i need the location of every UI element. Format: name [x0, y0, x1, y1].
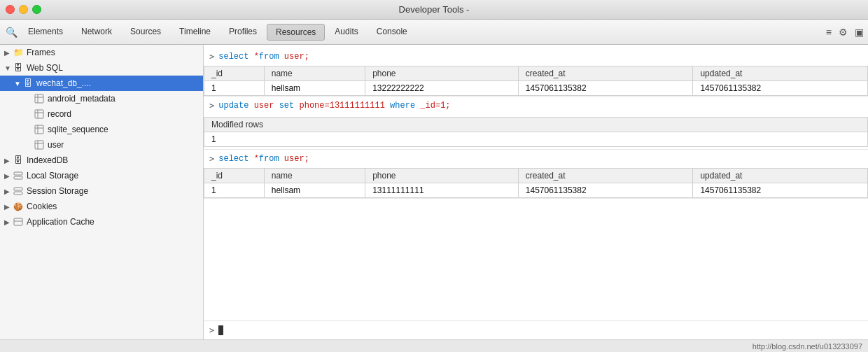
console-input-row: > [204, 321, 868, 339]
prompt-block3: > [209, 153, 214, 165]
sidebar-label-local-storage: Local Storage [27, 171, 78, 181]
svg-rect-13 [14, 176, 22, 179]
sidebar-item-application-cache[interactable]: Application Cache [0, 214, 203, 230]
console-cursor[interactable] [218, 325, 223, 336]
sidebar-item-indexeddb[interactable]: 🗄IndexedDB [0, 153, 203, 168]
device-mode-icon[interactable]: ▣ [855, 27, 864, 38]
db-icon: 🗄 [13, 155, 24, 166]
cookie-icon: 🍪 [13, 201, 24, 212]
arrow-application-cache [4, 218, 11, 226]
command-row-block3: >select *from user; [204, 150, 868, 168]
sidebar-item-db-instance[interactable]: 🗄wechat_db_.... [0, 76, 203, 91]
tab-console[interactable]: Console [368, 24, 416, 41]
sidebar-item-android-metadata[interactable]: android_metadata [0, 91, 203, 106]
settings-icon[interactable]: ⚙ [839, 27, 848, 38]
sidebar-label-web-sql: Web SQL [27, 63, 63, 73]
command-text-block1: select *from user; [218, 50, 309, 63]
arrow-indexeddb [4, 157, 11, 164]
table-row: 1hellsam13222222222145706113538214570611… [204, 81, 868, 96]
arrow-db-instance [14, 80, 21, 87]
svg-rect-15 [14, 192, 22, 195]
console-drawer-icon[interactable]: ≡ [826, 27, 832, 38]
arrow-frames [4, 49, 11, 57]
title-bar: Developer Tools - [0, 0, 868, 20]
svg-rect-6 [35, 125, 43, 134]
maximize-button[interactable] [32, 5, 41, 14]
svg-rect-12 [14, 172, 22, 175]
col-header-created_at: created_at [518, 169, 693, 183]
table-cell: hellsam [264, 81, 365, 96]
tab-elements[interactable]: Elements [20, 24, 71, 41]
panel: >select *from user;_idnamephonecreated_a… [204, 45, 868, 339]
storage-icon [13, 170, 24, 181]
db-icon: 🗄 [22, 78, 34, 89]
sidebar-label-android-metadata: android_metadata [48, 94, 115, 104]
col-header-updated_at: updated_at [693, 169, 868, 183]
svg-rect-3 [35, 110, 43, 118]
sidebar: 📁Frames🗄Web SQL🗄wechat_db_....android_me… [0, 45, 204, 339]
sidebar-item-local-storage[interactable]: Local Storage [0, 168, 203, 183]
console-block-block3: >select *from user;_idnamephonecreated_a… [204, 150, 868, 199]
tab-resources[interactable]: Resources [267, 24, 325, 41]
console-input-prompt: > [209, 324, 214, 337]
sidebar-label-record: record [48, 109, 71, 119]
sidebar-label-session-storage: Session Storage [27, 186, 88, 196]
sidebar-label-cookies: Cookies [27, 202, 57, 211]
arrow-session-storage [4, 188, 11, 195]
arrow-local-storage [4, 172, 11, 180]
table-icon [34, 124, 45, 135]
sidebar-label-frames: Frames [27, 48, 55, 57]
table-icon [34, 93, 45, 104]
sidebar-item-record[interactable]: record [0, 106, 203, 122]
table-cell: 13111111111 [365, 183, 519, 198]
sidebar-label-db-instance: wechat_db_.... [36, 78, 91, 88]
arrow-cookies [4, 203, 11, 211]
svg-rect-14 [14, 188, 22, 190]
sidebar-item-cookies[interactable]: 🍪Cookies [0, 199, 203, 214]
command-text-block3: select *from user; [218, 153, 309, 165]
status-bar: http://blog.csdn.net/u013233097 [0, 339, 868, 352]
col-header-phone: phone [365, 169, 519, 183]
tab-sources[interactable]: Sources [122, 24, 169, 41]
sidebar-item-user[interactable]: user [0, 137, 203, 153]
result-simple-block2: Modified rows1 [204, 115, 868, 149]
command-row-block1: >select *from user; [204, 48, 868, 66]
toolbar-tabs: ElementsNetworkSourcesTimelineProfilesRe… [20, 24, 416, 41]
search-icon[interactable]: 🔍 [4, 25, 18, 39]
table-cell: 1 [204, 81, 265, 96]
sidebar-item-sqlite-sequence[interactable]: sqlite_sequence [0, 122, 203, 137]
table-cell: 1 [204, 183, 265, 198]
status-url: http://blog.csdn.net/u013233097 [752, 342, 862, 351]
tab-timeline[interactable]: Timeline [171, 24, 219, 41]
sidebar-item-session-storage[interactable]: Session Storage [0, 183, 203, 199]
col-header-created_at: created_at [518, 66, 693, 81]
tab-network[interactable]: Network [73, 24, 120, 41]
command-row-block2: >update user set phone=13111111111 where… [204, 97, 868, 115]
col-header-name: name [264, 66, 365, 81]
tab-audits[interactable]: Audits [326, 24, 366, 41]
minimize-button[interactable] [19, 5, 28, 14]
traffic-lights [6, 5, 41, 14]
arrow-web-sql [4, 64, 11, 72]
table-icon [34, 139, 45, 150]
sidebar-item-web-sql[interactable]: 🗄Web SQL [0, 60, 203, 76]
table-cell: hellsam [264, 183, 365, 198]
simple-value-block2: 1 [204, 132, 868, 147]
main-content: 📁Frames🗄Web SQL🗄wechat_db_....android_me… [0, 45, 868, 339]
window-title: Developer Tools - [399, 4, 470, 15]
console-block-block1: >select *from user;_idnamephonecreated_a… [204, 48, 868, 97]
table-cell: 1457061135382 [693, 183, 868, 198]
prompt-block1: > [209, 50, 214, 63]
sidebar-label-application-cache: Application Cache [27, 217, 94, 227]
prompt-block2: > [209, 99, 214, 112]
sidebar-item-frames[interactable]: 📁Frames [0, 45, 203, 60]
console-block-block2: >update user set phone=13111111111 where… [204, 97, 868, 150]
command-text-block2: update user set phone=13111111111 where … [218, 99, 450, 112]
tab-profiles[interactable]: Profiles [220, 24, 265, 41]
console-area[interactable]: >select *from user;_idnamephonecreated_a… [204, 45, 868, 321]
col-header-_id: _id [204, 66, 265, 81]
table-cell: 1457061135382 [693, 81, 868, 96]
result-table-block1: _idnamephonecreated_atupdated_at1hellsam… [204, 66, 868, 96]
close-button[interactable] [6, 5, 15, 14]
table-row: 1hellsam13111111111145706113538214570611… [204, 183, 868, 198]
